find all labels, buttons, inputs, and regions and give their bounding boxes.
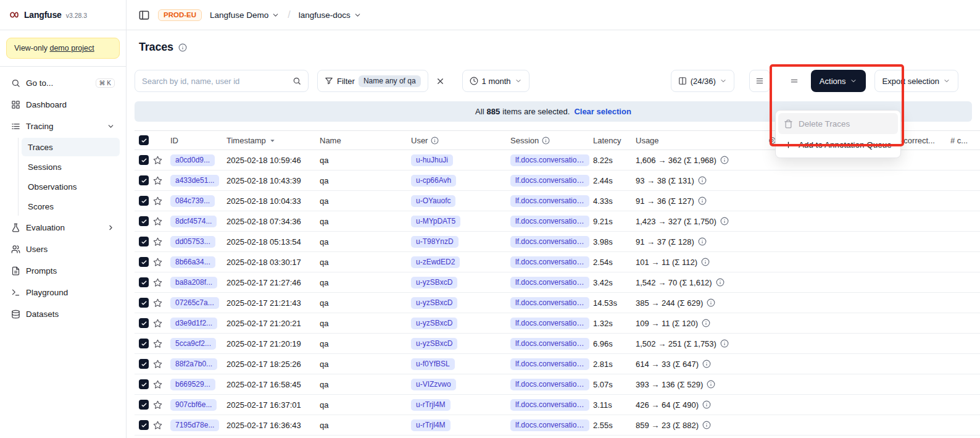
export-selection-button[interactable]: Export selection (874, 70, 959, 92)
header-score-correct[interactable]: -correct... (901, 136, 950, 145)
table-row[interactable]: 5cca9cf2... 2025-02-17 21:20:19 qa u-yzS… (135, 334, 980, 354)
clear-selection-link[interactable]: Clear selection (574, 107, 631, 116)
row-height-dense-button[interactable] (749, 70, 770, 92)
star-icon[interactable] (153, 196, 162, 206)
trace-id-badge[interactable]: ba8a208f... (170, 277, 217, 288)
sidebar-item-traces[interactable]: Traces (22, 138, 120, 156)
table-row[interactable]: 907cbf6e... 2025-02-17 16:37:01 qa u-rTr… (135, 395, 980, 415)
table-row[interactable]: 7195d78e... 2025-02-17 16:36:43 qa u-rTr… (135, 415, 980, 436)
info-icon[interactable] (716, 278, 725, 287)
row-checkbox[interactable] (139, 298, 149, 308)
session-badge[interactable]: lf.docs.conversation... (510, 338, 589, 350)
session-badge[interactable]: lf.docs.conversation... (510, 216, 589, 227)
info-icon[interactable] (702, 360, 711, 368)
demo-project-link[interactable]: demo project (49, 44, 94, 53)
info-icon[interactable] (702, 421, 711, 429)
table-row[interactable]: d3e9d1f2... 2025-02-17 21:20:21 qa u-yzS… (135, 313, 980, 334)
org-switcher[interactable]: Langfuse Demo (210, 11, 280, 20)
actions-button[interactable]: Actions (811, 70, 866, 92)
star-icon[interactable] (153, 360, 162, 369)
star-icon[interactable] (153, 258, 162, 267)
table-row[interactable]: b669529... 2025-02-17 16:58:45 qa u-VIZz… (135, 374, 980, 395)
user-badge[interactable]: u-f0YfBSL (411, 358, 455, 370)
header-timestamp[interactable]: Timestamp (226, 136, 320, 145)
header-user[interactable]: User (411, 136, 510, 145)
header-score-c[interactable]: # c... (950, 136, 980, 145)
table-row[interactable]: 084c739... 2025-02-18 10:04:33 qa u-OYau… (135, 191, 980, 211)
row-checkbox[interactable] (139, 379, 149, 389)
trace-id-badge[interactable]: a433de51... (170, 175, 219, 187)
info-icon[interactable] (720, 217, 729, 225)
header-latency[interactable]: Latency (593, 136, 636, 145)
info-icon[interactable] (702, 400, 711, 409)
user-badge[interactable]: u-yzSBxcD (411, 297, 457, 309)
info-icon[interactable] (707, 380, 715, 389)
search-icon[interactable] (293, 77, 301, 85)
table-row[interactable]: 88f2a7b0... 2025-02-17 18:25:26 qa u-f0Y… (135, 354, 980, 374)
user-badge[interactable]: u-yzSBxcD (411, 277, 457, 288)
menu-item-delete-traces[interactable]: Delete Traces (778, 113, 898, 134)
session-badge[interactable]: lf.docs.conversation... (510, 419, 589, 431)
trace-id-badge[interactable]: 5cca9cf2... (170, 338, 216, 350)
trace-id-badge[interactable]: b669529... (170, 379, 215, 390)
row-checkbox[interactable] (139, 277, 149, 287)
filter-button[interactable]: Filter Name any of qa (317, 70, 428, 92)
star-icon[interactable] (153, 217, 162, 226)
star-icon[interactable] (153, 278, 162, 287)
sidebar-item-playground[interactable]: Playground (6, 282, 120, 302)
info-icon[interactable] (698, 237, 707, 246)
time-range-selector[interactable]: 1 month (462, 70, 529, 92)
sidebar-item-tracing[interactable]: Tracing (6, 116, 120, 136)
header-name[interactable]: Name (320, 136, 411, 145)
sidebar-item-goto[interactable]: Go to... ⌘ K (6, 73, 120, 93)
sidebar-item-evaluation[interactable]: Evaluation (6, 217, 120, 237)
user-badge[interactable]: u-huJhuJi (411, 154, 453, 166)
sidebar-toggle-button[interactable] (138, 9, 150, 21)
row-checkbox[interactable] (139, 257, 149, 267)
header-id[interactable]: ID (170, 136, 226, 145)
star-icon[interactable] (153, 400, 162, 410)
info-icon[interactable] (698, 176, 707, 185)
table-row[interactable]: 8b66a34... 2025-02-18 03:30:17 qa u-zEwd… (135, 252, 980, 272)
info-icon[interactable] (720, 339, 729, 348)
trace-id-badge[interactable]: 907cbf6e... (170, 399, 217, 411)
star-icon[interactable] (153, 176, 162, 185)
info-icon[interactable] (720, 156, 729, 164)
table-row[interactable]: ba8a208f... 2025-02-17 21:27:46 qa u-yzS… (135, 272, 980, 293)
search-input[interactable] (142, 77, 289, 86)
sidebar-item-sessions[interactable]: Sessions (22, 158, 120, 176)
star-icon[interactable] (153, 319, 162, 328)
table-row[interactable]: a433de51... 2025-02-18 10:43:39 qa u-cp6… (135, 171, 980, 191)
trace-id-badge[interactable]: 8b66a34... (170, 256, 215, 268)
session-badge[interactable]: lf.docs.conversation... (510, 379, 589, 390)
sidebar-item-dashboard[interactable]: Dashboard (6, 95, 120, 114)
header-session[interactable]: Session (510, 136, 593, 145)
row-checkbox[interactable] (139, 216, 149, 226)
star-icon[interactable] (153, 421, 162, 430)
star-icon[interactable] (153, 237, 162, 246)
session-badge[interactable]: lf.docs.conversation... (510, 175, 589, 187)
session-badge[interactable]: lf.docs.conversation... (510, 154, 589, 166)
trace-id-badge[interactable]: 7195d78e... (170, 419, 219, 431)
user-badge[interactable]: u-yzSBxcD (411, 338, 457, 350)
sidebar-item-scores[interactable]: Scores (22, 197, 120, 216)
row-checkbox[interactable] (139, 196, 149, 206)
row-checkbox[interactable] (139, 420, 149, 430)
clear-filter-button[interactable] (436, 77, 445, 86)
trace-id-badge[interactable]: 88f2a7b0... (170, 358, 217, 370)
row-checkbox[interactable] (139, 359, 149, 369)
trace-id-badge[interactable]: 084c739... (170, 195, 215, 207)
trace-id-badge[interactable]: 8dcf4574... (170, 216, 217, 227)
user-badge[interactable]: u-zEwdED2 (411, 256, 460, 268)
user-badge[interactable]: u-OYauofc (411, 195, 455, 207)
user-badge[interactable]: u-yzSBxcD (411, 318, 457, 329)
select-all-checkbox[interactable] (139, 135, 149, 145)
sidebar-item-prompts[interactable]: Prompts (6, 261, 120, 280)
row-checkbox[interactable] (139, 400, 149, 410)
user-badge[interactable]: u-T98YnzD (411, 236, 459, 248)
star-icon[interactable] (153, 298, 162, 308)
session-badge[interactable]: lf.docs.conversation... (510, 195, 589, 207)
user-badge[interactable]: u-MYpDAT5 (411, 216, 460, 227)
row-checkbox[interactable] (139, 339, 149, 348)
session-badge[interactable]: lf.docs.conversation... (510, 358, 589, 370)
